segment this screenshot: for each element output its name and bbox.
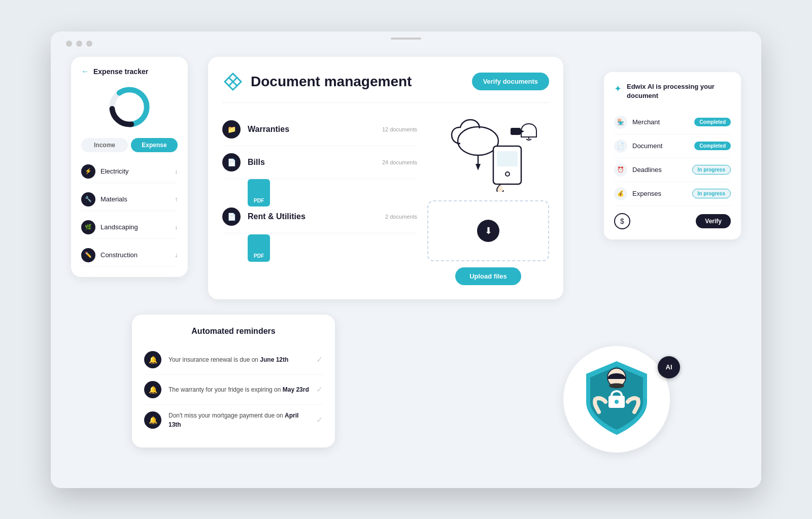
upload-files-button[interactable]: Upload files [455, 267, 521, 285]
expense-list: ⚡ Electricity ↓ 🔧 Materials ↑ 🌿 Landscap… [81, 160, 178, 267]
header-divider [222, 102, 549, 103]
reminder-text-2: The warranty for your fridge is expiring… [168, 385, 309, 394]
pdf-label: PDF [254, 198, 264, 203]
svg-rect-7 [497, 151, 518, 166]
deadlines-row: ⏰ Deadlines In progress [614, 158, 731, 182]
expenses-ai-icon: 💰 [614, 187, 627, 200]
expense-card-title: Expense tracker [93, 67, 148, 76]
svg-point-3 [458, 127, 498, 155]
expenses-ai-row: 💰 Expenses In progress [614, 182, 731, 206]
dollar-icon: $ [614, 213, 630, 229]
merchant-icon: 🏪 [614, 116, 627, 129]
expense-tabs: Income Expense [81, 138, 178, 152]
svg-marker-5 [476, 164, 481, 170]
reminder-check-2[interactable]: ✓ [316, 385, 323, 394]
upload-drop-area[interactable]: ⬇ [427, 200, 549, 261]
materials-label: Materials [100, 195, 127, 203]
reminder-bell-2: 🔔 [144, 381, 161, 398]
reminder-item-3: 🔔 Don't miss your mortgage payment due o… [144, 405, 323, 435]
reminder-bell-1: 🔔 [144, 351, 161, 368]
warranties-row[interactable]: 📁 Warranties 12 documents [222, 113, 417, 146]
doc-right-panel: ⬇ Upload files [427, 113, 549, 285]
doc-management-title: Document management [251, 74, 412, 90]
security-circle [563, 346, 670, 453]
bills-icon: 📄 [222, 153, 241, 171]
reminder-check-3[interactable]: ✓ [316, 415, 323, 425]
ai-badge: AI [658, 356, 680, 378]
merchant-label: Merchant [632, 118, 660, 126]
expenses-ai-status: In progress [692, 189, 731, 198]
rent-utilities-icon: 📄 [222, 207, 241, 226]
document-ai-icon: 📄 [614, 140, 627, 153]
dot-2 [76, 41, 82, 47]
income-tab[interactable]: Income [81, 138, 128, 152]
ai-card-header: ✦ Edwix AI is processing your document [614, 82, 731, 100]
reminder-text-3: Don't miss your mortgage payment due on … [168, 411, 309, 429]
verify-documents-button[interactable]: Verify documents [472, 73, 549, 90]
scroll-bar [391, 38, 421, 40]
document-ai-label: Document [632, 142, 662, 150]
dot-3 [86, 41, 92, 47]
upload-illustration [432, 116, 544, 192]
svg-point-14 [615, 400, 619, 404]
verify-small-button[interactable]: Verify [696, 214, 731, 228]
materials-arrow: ↑ [175, 196, 178, 203]
reminders-card: Automated reminders 🔔 Your insurance ren… [132, 315, 335, 447]
deadlines-icon: ⏰ [614, 163, 627, 177]
expenses-ai-label: Expenses [632, 190, 661, 197]
rent-utilities-label: Rent & Utilities [248, 212, 378, 221]
electricity-label: Electricity [100, 167, 129, 175]
back-arrow-icon[interactable]: ← [81, 67, 89, 76]
construction-label: Construction [100, 251, 138, 259]
bills-count: 24 documents [382, 159, 417, 165]
doc-header: Document management Verify documents [222, 71, 549, 92]
electricity-icon: ⚡ [81, 164, 95, 179]
bills-pdf-icon: PDF [248, 179, 270, 206]
rent-pdf-area: PDF [222, 233, 417, 254]
bills-row[interactable]: 📄 Bills 24 documents [222, 146, 417, 179]
ai-footer: $ Verify [614, 213, 731, 229]
electricity-arrow: ↓ [175, 168, 178, 175]
security-section: AI [599, 356, 710, 468]
reminder-check-1[interactable]: ✓ [316, 355, 323, 364]
expense-item-materials[interactable]: 🔧 Materials ↑ [81, 188, 178, 211]
rent-pdf-label: PDF [254, 253, 264, 259]
screen-wrapper: ← Expense tracker Income Expense ⚡ Elect… [51, 31, 761, 488]
doc-logo-icon [222, 71, 244, 92]
warranties-icon: 📁 [222, 120, 241, 139]
reminder-text-1: Your insurance renewal is due on June 12… [168, 355, 309, 364]
expense-item-landscaping[interactable]: 🌿 Landscaping ↓ [81, 216, 178, 239]
document-management-panel: Document management Verify documents 📁 W… [208, 57, 563, 299]
expense-tracker-card: ← Expense tracker Income Expense ⚡ Elect… [71, 57, 188, 277]
donut-chart-wrapper [81, 84, 178, 130]
svg-rect-11 [511, 128, 520, 134]
landscaping-arrow: ↓ [175, 224, 178, 231]
expense-item-electricity[interactable]: ⚡ Electricity ↓ [81, 160, 178, 183]
expense-item-construction[interactable]: ✏️ Construction ↓ [81, 244, 178, 267]
construction-arrow: ↓ [175, 252, 178, 259]
top-bar [66, 41, 92, 47]
security-illustration [571, 351, 662, 447]
materials-icon: 🔧 [81, 192, 95, 206]
ai-processing-card: ✦ Edwix AI is processing your document 🏪… [604, 72, 741, 239]
merchant-row: 🏪 Merchant Completed [614, 111, 731, 134]
warranties-count: 12 documents [382, 126, 417, 132]
reminder-item-1: 🔔 Your insurance renewal is due on June … [144, 345, 323, 375]
bills-label: Bills [248, 158, 375, 167]
warranties-label: Warranties [248, 125, 375, 134]
ai-star-icon: ✦ [614, 83, 622, 94]
deadlines-status: In progress [692, 165, 731, 175]
rent-pdf-icon: PDF [248, 234, 270, 262]
doc-content-area: 📁 Warranties 12 documents 📄 Bills 24 doc… [222, 113, 549, 285]
upload-icon: ⬇ [477, 220, 499, 242]
expense-tab[interactable]: Expense [131, 138, 178, 152]
document-ai-row: 📄 Document Completed [614, 134, 731, 158]
document-list: 📁 Warranties 12 documents 📄 Bills 24 doc… [222, 113, 417, 285]
illustration-area [427, 113, 549, 194]
reminder-item-2: 🔔 The warranty for your fridge is expiri… [144, 375, 323, 405]
rent-utilities-count: 2 documents [385, 214, 417, 220]
reminder-bell-3: 🔔 [144, 411, 161, 429]
landscaping-icon: 🌿 [81, 220, 95, 234]
bills-pdf-area: PDF [222, 179, 417, 182]
dot-1 [66, 41, 72, 47]
